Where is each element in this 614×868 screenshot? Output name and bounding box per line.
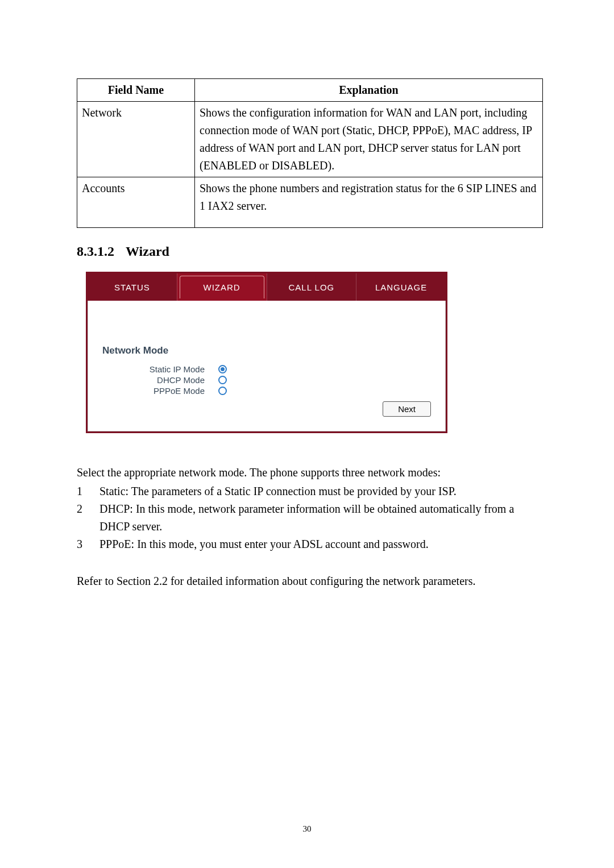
- network-modes-list: 1 Static: The parameters of a Static IP …: [77, 483, 543, 553]
- table-row: Network Shows the configuration informat…: [77, 102, 543, 177]
- tab-wizard[interactable]: WIZARD: [177, 273, 267, 301]
- page-number: 30: [0, 824, 614, 834]
- list-item: 3 PPPoE: In this mode, you must enter yo…: [77, 535, 543, 553]
- section-heading: 8.3.1.2Wizard: [77, 244, 543, 259]
- table-cell-field: Accounts: [77, 177, 195, 228]
- wizard-screenshot: STATUS WIZARD CALL LOG LANGUAGE Network …: [86, 272, 447, 433]
- list-text: DHCP: In this mode, network parameter in…: [99, 500, 543, 535]
- tab-status[interactable]: STATUS: [88, 273, 177, 301]
- section-title: Wizard: [126, 244, 169, 259]
- radio-row-static[interactable]: Static IP Mode: [102, 364, 431, 374]
- wizard-tabs: STATUS WIZARD CALL LOG LANGUAGE: [88, 273, 446, 301]
- table-cell-field: Network: [77, 102, 195, 177]
- intro-paragraph: Select the appropriate network mode. The…: [77, 464, 543, 481]
- radio-label-pppoe: PPPoE Mode: [102, 386, 218, 396]
- radio-row-pppoe[interactable]: PPPoE Mode: [102, 386, 431, 396]
- tab-language[interactable]: LANGUAGE: [356, 273, 446, 301]
- tab-call-log[interactable]: CALL LOG: [267, 273, 356, 301]
- list-item: 1 Static: The parameters of a Static IP …: [77, 483, 543, 500]
- table-row: Accounts Shows the phone numbers and reg…: [77, 177, 543, 228]
- list-text: Static: The parameters of a Static IP co…: [99, 483, 543, 500]
- radio-label-dhcp: DHCP Mode: [102, 375, 218, 385]
- radio-static[interactable]: [218, 365, 227, 373]
- list-text: PPPoE: In this mode, you must enter your…: [99, 535, 543, 553]
- table-cell-explanation: Shows the configuration information for …: [195, 102, 543, 177]
- list-number: 3: [77, 535, 99, 553]
- list-number: 2: [77, 500, 99, 535]
- next-button[interactable]: Next: [383, 401, 431, 417]
- radio-label-static: Static IP Mode: [102, 364, 218, 374]
- list-item: 2 DHCP: In this mode, network parameter …: [77, 500, 543, 535]
- field-definitions-table: Field Name Explanation Network Shows the…: [77, 78, 543, 228]
- radio-dhcp[interactable]: [218, 376, 227, 384]
- list-number: 1: [77, 483, 99, 500]
- network-mode-title: Network Mode: [102, 345, 431, 356]
- section-number: 8.3.1.2: [77, 244, 114, 259]
- radio-row-dhcp[interactable]: DHCP Mode: [102, 375, 431, 385]
- table-cell-explanation: Shows the phone numbers and registration…: [195, 177, 543, 228]
- table-header-field: Field Name: [77, 79, 195, 102]
- outro-paragraph: Refer to Section 2.2 for detailed inform…: [77, 572, 543, 590]
- table-header-explanation: Explanation: [195, 79, 543, 102]
- radio-pppoe[interactable]: [218, 387, 227, 395]
